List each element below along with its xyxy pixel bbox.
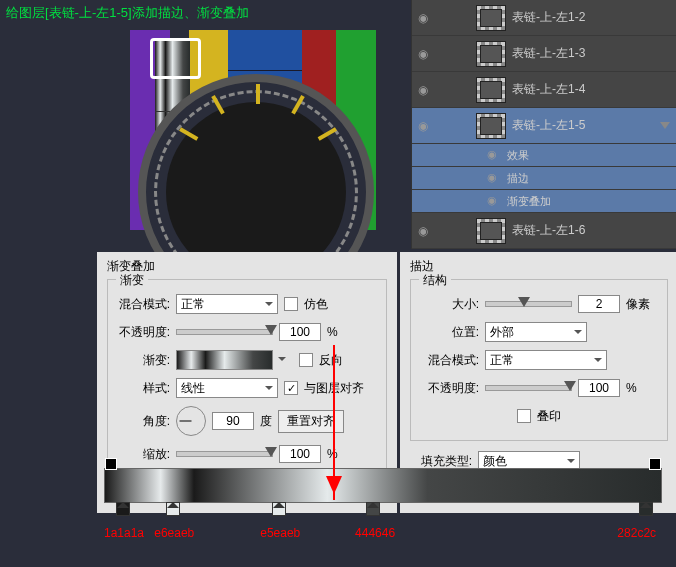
blend-mode-select[interactable]: 正常 (485, 350, 607, 370)
layer-row[interactable]: ◉ 表链-上-左1-2 (412, 0, 676, 36)
gradient-picker[interactable] (176, 350, 273, 370)
gradient-ramp[interactable] (104, 468, 662, 503)
color-stop[interactable] (272, 502, 286, 516)
layer-name: 表链-上-左1-6 (512, 222, 585, 239)
layer-row[interactable]: ◉ 表链-上-左1-6 (412, 213, 676, 249)
opacity-input[interactable]: 100 (279, 323, 321, 341)
layer-thumb-icon (476, 218, 506, 244)
annotation-arrow-icon (333, 345, 335, 500)
document-canvas[interactable] (100, 20, 410, 250)
scale-input[interactable]: 100 (279, 445, 321, 463)
align-checkbox[interactable]: ✓ (284, 381, 298, 395)
color-stop[interactable] (116, 502, 130, 516)
reverse-checkbox[interactable] (299, 353, 313, 367)
effect-stroke[interactable]: ◉描边 (412, 167, 676, 190)
visibility-icon[interactable]: ◉ (418, 119, 432, 133)
visibility-icon[interactable]: ◉ (487, 171, 501, 185)
layer-thumb-icon (476, 5, 506, 31)
group-label: 结构 (419, 272, 451, 289)
selection-marker (150, 38, 201, 79)
layer-thumb-icon (476, 41, 506, 67)
gradient-editor[interactable]: 1a1a1a e6eaeb e5eaeb 444646 282c2c (104, 468, 662, 503)
visibility-icon[interactable]: ◉ (418, 11, 432, 25)
dither-checkbox[interactable] (284, 297, 298, 311)
layer-name: 表链-上-左1-3 (512, 45, 585, 62)
stop-hex-label: 444646 (355, 526, 395, 540)
angle-input[interactable]: 90 (212, 412, 254, 430)
chevron-down-icon[interactable] (660, 122, 670, 134)
layer-row[interactable]: ◉ 表链-上-左1-3 (412, 36, 676, 72)
scale-slider[interactable] (176, 451, 273, 457)
effect-gradient[interactable]: ◉渐变叠加 (412, 190, 676, 213)
stop-hex-label: 282c2c (617, 526, 656, 540)
layer-name: 表链-上-左1-5 (512, 117, 585, 134)
opacity-slider[interactable] (485, 385, 572, 391)
stop-hex-label: e6eaeb (154, 526, 194, 540)
visibility-icon[interactable]: ◉ (418, 47, 432, 61)
effects-row[interactable]: ◉效果 (412, 144, 676, 167)
stop-hex-label: e5eaeb (260, 526, 300, 540)
opacity-stop[interactable] (649, 458, 661, 470)
color-stop[interactable] (166, 502, 180, 516)
layer-thumb-icon (476, 113, 506, 139)
blend-mode-select[interactable]: 正常 (176, 294, 278, 314)
visibility-icon[interactable]: ◉ (418, 224, 432, 238)
layer-thumb-icon (476, 77, 506, 103)
color-stop[interactable] (639, 502, 653, 516)
visibility-icon[interactable]: ◉ (487, 148, 501, 162)
color-stop[interactable] (366, 502, 380, 516)
size-slider[interactable] (485, 301, 572, 307)
layer-row[interactable]: ◉ 表链-上-左1-4 (412, 72, 676, 108)
overprint-checkbox[interactable] (517, 409, 531, 423)
size-input[interactable]: 2 (578, 295, 620, 313)
layer-name: 表链-上-左1-4 (512, 81, 585, 98)
opacity-input[interactable]: 100 (578, 379, 620, 397)
visibility-icon[interactable]: ◉ (418, 83, 432, 97)
style-select[interactable]: 线性 (176, 378, 278, 398)
group-label: 渐变 (116, 272, 148, 289)
angle-dial[interactable] (176, 406, 206, 436)
panel-title: 渐变叠加 (107, 258, 387, 275)
layer-row-selected[interactable]: ◉ 表链-上-左1-5 (412, 108, 676, 144)
opacity-slider[interactable] (176, 329, 273, 335)
visibility-icon[interactable]: ◉ (487, 194, 501, 208)
stop-hex-label: 1a1a1a (104, 526, 144, 540)
layers-panel: ◉ 表链-上-左1-2 ◉ 表链-上-左1-3 ◉ 表链-上-左1-4 ◉ 表链… (411, 0, 676, 249)
opacity-stop[interactable] (105, 458, 117, 470)
layer-name: 表链-上-左1-2 (512, 9, 585, 26)
position-select[interactable]: 外部 (485, 322, 587, 342)
